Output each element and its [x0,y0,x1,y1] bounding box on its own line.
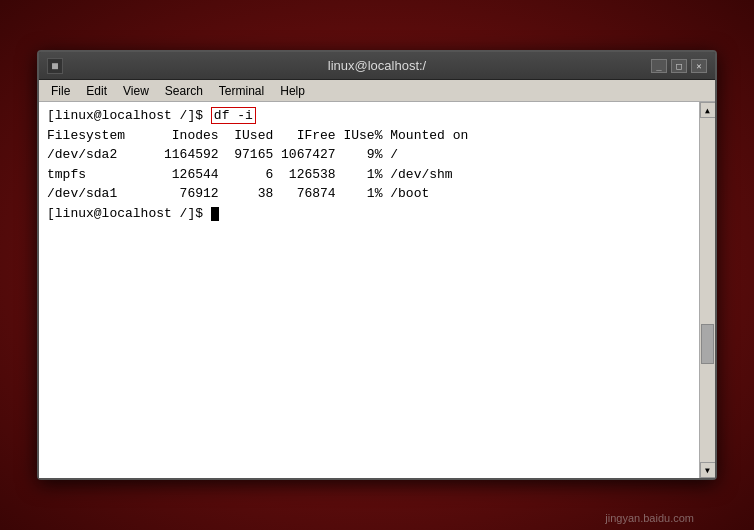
minimize-button[interactable]: _ [651,59,667,73]
command-highlighted: df -i [211,107,256,124]
terminal-line-2: Filesystem Inodes IUsed IFree IUse% Moun… [47,126,691,146]
scrollbar-track[interactable] [700,118,716,462]
terminal-line-6: [linux@localhost /]$ [47,204,691,224]
terminal-cursor [211,207,219,221]
menu-edit[interactable]: Edit [78,82,115,100]
terminal-line-3: /dev/sda2 1164592 97165 1067427 9% / [47,145,691,165]
terminal-window: ■ linux@localhost:/ _ □ ✕ File Edit View… [37,50,717,480]
terminal-content[interactable]: [linux@localhost /]$ df -i Filesystem In… [39,102,699,478]
menu-search[interactable]: Search [157,82,211,100]
menu-terminal[interactable]: Terminal [211,82,272,100]
scrollbar-down-button[interactable]: ▼ [700,462,716,478]
menubar: File Edit View Search Terminal Help [39,80,715,102]
terminal-line-1: [linux@localhost /]$ df -i [47,106,691,126]
terminal-area: [linux@localhost /]$ df -i Filesystem In… [39,102,715,478]
site-watermark: jingyan.baidu.com [605,512,694,524]
terminal-line-4: tmpfs 126544 6 126538 1% /dev/shm [47,165,691,185]
title-bar-left: ■ [47,58,63,74]
prompt-1: [linux@localhost /]$ [47,108,211,123]
terminal-line-5: /dev/sda1 76912 38 76874 1% /boot [47,184,691,204]
window-icon: ■ [47,58,63,74]
scrollbar-up-button[interactable]: ▲ [700,102,716,118]
window-title: linux@localhost:/ [328,58,426,73]
close-button[interactable]: ✕ [691,59,707,73]
window-controls: _ □ ✕ [651,59,707,73]
menu-help[interactable]: Help [272,82,313,100]
scrollbar: ▲ ▼ [699,102,715,478]
title-bar: ■ linux@localhost:/ _ □ ✕ [39,52,715,80]
scrollbar-thumb[interactable] [701,324,714,364]
prompt-2: [linux@localhost /]$ [47,206,211,221]
menu-file[interactable]: File [43,82,78,100]
menu-view[interactable]: View [115,82,157,100]
site-label: jingyan.baidu.com [605,512,694,524]
maximize-button[interactable]: □ [671,59,687,73]
